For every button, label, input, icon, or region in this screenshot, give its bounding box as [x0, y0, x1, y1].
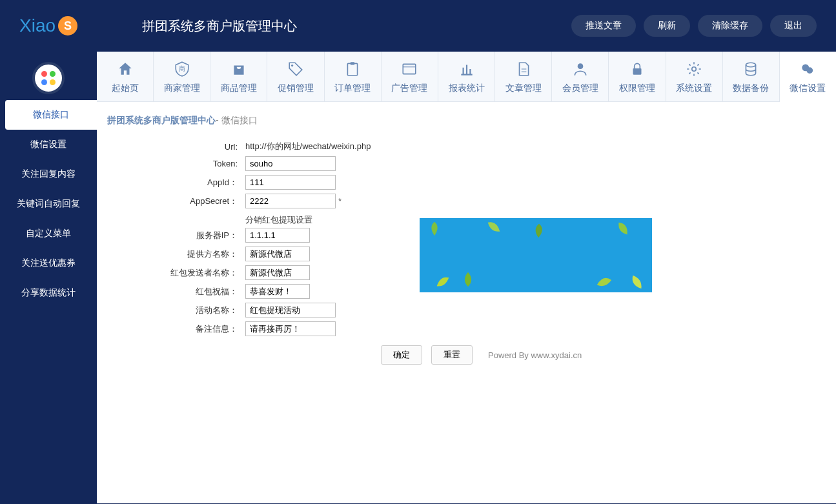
svg-point-5 [577, 63, 583, 69]
refresh-button[interactable]: 刷新 [644, 15, 690, 37]
logo: Xiao S [19, 15, 77, 36]
activity-input[interactable] [245, 303, 336, 318]
sidebar: 微信接口 微信设置 关注回复内容 关键词自动回复 自定义菜单 关注送优惠券 分享… [0, 52, 97, 503]
sidebar-item-follow-coupon[interactable]: 关注送优惠券 [0, 248, 97, 278]
sender-input[interactable] [245, 265, 310, 280]
provider-input[interactable] [245, 247, 310, 261]
token-input[interactable] [245, 156, 336, 171]
sidebar-item-wechat-settings[interactable]: 微信设置 [0, 130, 97, 159]
window-icon [382, 61, 438, 79]
appid-input[interactable] [245, 175, 336, 190]
main: 微信接口 微信设置 关注回复内容 关键词自动回复 自定义菜单 关注送优惠券 分享… [0, 52, 836, 503]
home-icon [97, 61, 153, 79]
page-title: 拼团系统多商户版管理中心 [142, 17, 297, 35]
sender-label: 红包发送者名称： [110, 267, 245, 279]
svg-point-1 [291, 65, 293, 66]
provider-label: 提供方名称： [110, 248, 245, 260]
powered-by: Powerd By www.xydai.cn [488, 350, 582, 360]
reset-button[interactable]: 重置 [431, 345, 473, 365]
sidebar-item-custom-menu[interactable]: 自定义菜单 [0, 219, 97, 248]
tab-reports[interactable]: 报表统计 [438, 52, 495, 101]
tab-ads[interactable]: 广告管理 [382, 52, 438, 101]
tab-home[interactable]: 起始页 [97, 52, 154, 101]
clear-cache-button[interactable]: 清除缓存 [698, 15, 762, 37]
sidebar-item-keyword-reply[interactable]: 关键词自动回复 [0, 189, 97, 219]
wechat-icon [780, 61, 836, 79]
remark-label: 备注信息： [110, 323, 245, 335]
breadcrumb: 拼团系统多商户版管理中心- 微信接口 [97, 102, 836, 134]
overlay-banner [420, 218, 652, 292]
svg-point-10 [807, 67, 813, 74]
required-star: * [338, 196, 342, 206]
svg-rect-4 [403, 64, 416, 74]
svg-rect-2 [348, 63, 358, 75]
serverip-input[interactable] [245, 228, 310, 243]
token-label: Token: [110, 159, 245, 168]
svg-rect-6 [633, 68, 641, 75]
push-article-button[interactable]: 推送文章 [571, 15, 636, 37]
logo-badge-icon: S [58, 16, 77, 35]
sidebar-menu: 微信接口 微信设置 关注回复内容 关键词自动回复 自定义菜单 关注送优惠券 分享… [0, 100, 97, 308]
svg-text:商: 商 [179, 65, 185, 72]
sidebar-item-wechat-api[interactable]: 微信接口 [5, 100, 97, 130]
sidebar-item-share-stats[interactable]: 分享数据统计 [0, 278, 97, 308]
url-label: Url: [110, 142, 245, 152]
tab-orders[interactable]: 订单管理 [325, 52, 382, 101]
wish-label: 红包祝福： [110, 286, 245, 297]
merchant-icon: 商 [154, 61, 210, 79]
submit-button[interactable]: 确定 [381, 345, 422, 365]
serverip-label: 服务器IP： [110, 230, 245, 241]
user-icon [552, 61, 608, 79]
breadcrumb-current: 微信接口 [221, 115, 258, 125]
wish-input[interactable] [245, 284, 310, 299]
sidebar-item-follow-reply[interactable]: 关注回复内容 [0, 159, 97, 189]
chart-icon [438, 61, 494, 79]
tab-backup[interactable]: 数据备份 [723, 52, 780, 101]
appid-label: AppId： [110, 177, 245, 188]
tag-icon [267, 61, 323, 79]
tab-settings[interactable]: 系统设置 [666, 52, 723, 101]
appsecret-label: AppSecret： [110, 196, 245, 207]
breadcrumb-main: 拼团系统多商户版管理中心 [107, 115, 216, 125]
svg-point-7 [692, 67, 697, 72]
file-icon [495, 61, 551, 79]
content: 起始页 商 商家管理 商品管理 促销管理 订单管理 广告管理 [97, 52, 836, 503]
remark-input[interactable] [245, 321, 336, 336]
svg-point-8 [746, 63, 756, 67]
logout-button[interactable]: 退出 [770, 15, 817, 37]
gear-icon [666, 61, 722, 79]
tab-articles[interactable]: 文章管理 [495, 52, 552, 101]
appsecret-input[interactable] [245, 194, 336, 208]
header: Xiao S 拼团系统多商户版管理中心 推送文章 刷新 清除缓存 退出 [0, 0, 836, 52]
tab-wechat[interactable]: 微信设置 [780, 52, 836, 102]
lock-icon [609, 61, 665, 79]
tab-members[interactable]: 会员管理 [552, 52, 609, 101]
tab-merchant[interactable]: 商 商家管理 [154, 52, 210, 101]
tab-promotion[interactable]: 促销管理 [267, 52, 324, 101]
activity-label: 活动名称： [110, 305, 245, 316]
url-value: http://你的网址/wechat/weixin.php [245, 141, 371, 152]
svg-rect-3 [351, 62, 355, 65]
bag-icon [210, 61, 267, 79]
top-nav: 起始页 商 商家管理 商品管理 促销管理 订单管理 广告管理 [97, 52, 836, 102]
clipboard-icon [325, 61, 381, 79]
sidebar-avatar-icon [32, 62, 65, 94]
logo-text: Xiao [19, 15, 56, 36]
database-icon [723, 61, 779, 79]
tab-permissions[interactable]: 权限管理 [609, 52, 666, 101]
tab-products[interactable]: 商品管理 [210, 52, 267, 101]
form: Url: http://你的网址/wechat/weixin.php Token… [97, 134, 836, 371]
